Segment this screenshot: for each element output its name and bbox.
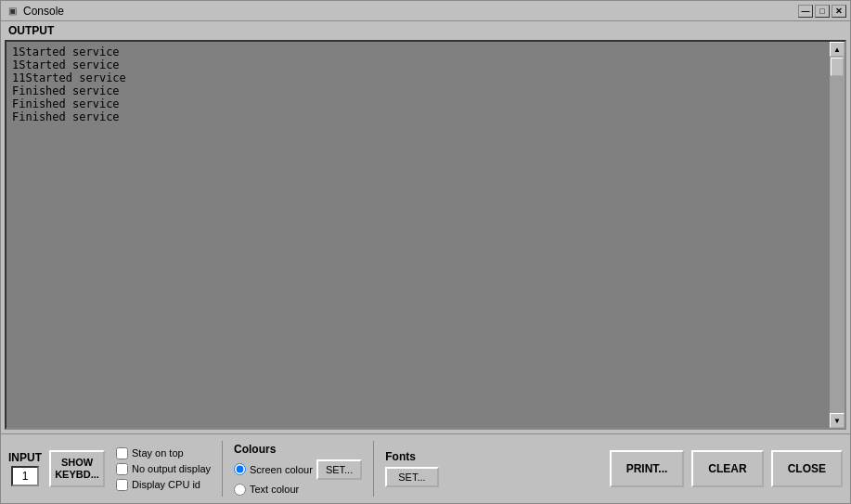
clear-button[interactable]: CLEAR (691, 450, 763, 487)
fonts-label: Fonts (385, 450, 438, 463)
close-window-button[interactable]: ✕ (832, 5, 846, 18)
colours-set-button[interactable]: SET... (316, 459, 362, 480)
text-colour-row: Text colour (234, 484, 362, 496)
input-section: INPUT (8, 451, 42, 486)
title-bar: ▣ Console — □ ✕ (1, 1, 850, 21)
scroll-down-arrow[interactable]: ▼ (830, 413, 845, 428)
divider-2 (373, 441, 374, 497)
screen-colour-radio[interactable] (234, 463, 246, 475)
input-field[interactable] (11, 466, 39, 486)
output-content: 1Started service 1Started service 11Star… (6, 42, 830, 428)
screen-colour-label: Screen colour (250, 464, 313, 475)
colours-section: Colours Screen colour SET... Text colour (234, 443, 362, 496)
title-bar-controls: — □ ✕ (798, 5, 846, 18)
scroll-track (830, 57, 845, 413)
display-cpu-id-item: Display CPU id (116, 479, 211, 491)
show-keyboard-button[interactable]: SHOWKEYBD... (49, 450, 105, 487)
window-icon: ▣ (5, 4, 19, 19)
no-output-display-checkbox[interactable] (116, 463, 128, 475)
text-colour-radio[interactable] (234, 484, 246, 496)
close-button[interactable]: CLOSE (771, 450, 843, 487)
display-cpu-id-checkbox[interactable] (116, 479, 128, 491)
scroll-up-arrow[interactable]: ▲ (830, 42, 845, 57)
stay-on-top-item: Stay on top (116, 447, 211, 459)
print-button[interactable]: PRINT... (610, 450, 685, 487)
no-output-display-label: No output display (132, 463, 211, 474)
fonts-set-button[interactable]: SET... (385, 467, 438, 487)
display-cpu-id-label: Display CPU id (132, 479, 200, 490)
text-colour-label: Text colour (250, 484, 299, 495)
scroll-thumb[interactable] (831, 58, 844, 76)
bottom-bar: INPUT SHOWKEYBD... Stay on top No output… (1, 433, 850, 503)
console-window: ▣ Console — □ ✕ OUTPUT 1Started service … (0, 0, 851, 504)
screen-colour-row: Screen colour SET... (234, 459, 362, 480)
colours-label: Colours (234, 443, 362, 456)
checkboxes-section: Stay on top No output display Display CP… (116, 447, 211, 491)
window-title: Console (23, 5, 798, 18)
output-scroll-wrapper: 1Started service 1Started service 11Star… (5, 40, 846, 430)
output-text: 1Started service 1Started service 11Star… (12, 45, 824, 123)
output-label: OUTPUT (1, 21, 850, 40)
divider-1 (222, 441, 223, 497)
stay-on-top-checkbox[interactable] (116, 447, 128, 459)
no-output-display-item: No output display (116, 463, 211, 475)
minimize-button[interactable]: — (798, 5, 813, 18)
fonts-section: Fonts SET... (385, 450, 438, 487)
input-label: INPUT (8, 451, 42, 464)
stay-on-top-label: Stay on top (132, 447, 184, 459)
maximize-button[interactable]: □ (815, 5, 830, 18)
scrollbar[interactable]: ▲ ▼ (830, 42, 845, 428)
